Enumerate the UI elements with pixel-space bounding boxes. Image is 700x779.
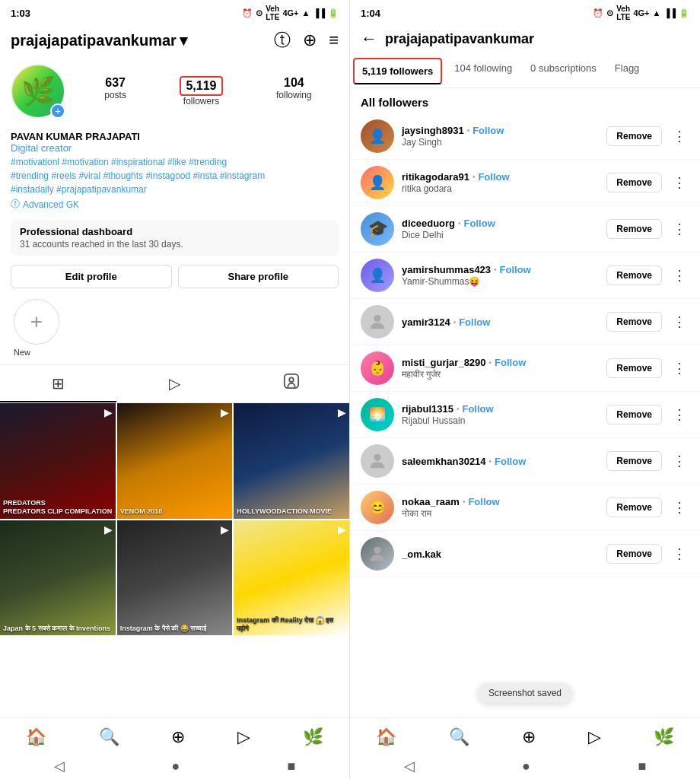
posts-label: posts [104, 90, 126, 100]
grid-item-5[interactable]: ▶ Instagram के पैसे की 😂 सच्चाई [117, 520, 233, 636]
add-story-icon[interactable]: + [50, 103, 65, 119]
remove-button[interactable]: Remove [606, 126, 662, 146]
remove-button[interactable]: Remove [606, 544, 662, 564]
follow-button[interactable]: Follow [464, 218, 495, 229]
avatar[interactable] [361, 305, 394, 339]
remove-button[interactable]: Remove [606, 405, 662, 424]
bio-role[interactable]: Digital creator [11, 142, 339, 154]
followers-stat[interactable]: 5,119 followers [180, 76, 222, 107]
add-post-icon[interactable]: ⊕ [303, 30, 317, 50]
follow-button[interactable]: Follow [473, 125, 504, 136]
avatar[interactable] [361, 444, 394, 478]
bio-link[interactable]: ⓕ Advanced GK [11, 198, 339, 211]
follower-username[interactable]: yamirshummas423 [402, 264, 491, 275]
threads-icon[interactable]: ⓣ [274, 29, 291, 52]
tab-grid[interactable]: ⊞ [0, 365, 116, 402]
follower-username[interactable]: _om.kak [402, 548, 441, 560]
follower-username[interactable]: jaysingh8931 [402, 125, 464, 136]
nav-profile-right[interactable]: 🌿 [648, 724, 680, 750]
tab-subscriptions[interactable]: 0 subscriptions [521, 55, 606, 87]
grid-item-4[interactable]: ▶ Japan के 5 सबसे कमाल के Inventions [0, 520, 116, 636]
nav-profile-left[interactable]: 🌿 [297, 724, 329, 750]
follow-button[interactable]: Follow [468, 496, 499, 507]
more-options-icon[interactable]: ⋮ [670, 267, 689, 284]
remove-button[interactable]: Remove [606, 498, 662, 517]
remove-button[interactable]: Remove [606, 173, 662, 192]
follower-username[interactable]: misti_gurjar_8290 [402, 357, 486, 368]
back-button[interactable]: ← [361, 29, 377, 49]
more-options-icon[interactable]: ⋮ [670, 545, 689, 562]
recents-btn-left[interactable]: ■ [288, 758, 296, 774]
tab-following[interactable]: 104 following [445, 55, 521, 87]
remove-button[interactable]: Remove [606, 358, 662, 378]
menu-icon[interactable]: ≡ [329, 30, 339, 50]
edit-profile-button[interactable]: Edit profile [11, 265, 172, 288]
grid-item-3[interactable]: ▶ HOLLYWOODACTION MOVIE [234, 403, 349, 519]
nav-icons: ⓣ ⊕ ≡ [274, 29, 339, 52]
more-options-icon[interactable]: ⋮ [670, 174, 689, 191]
follower-username[interactable]: nokaa_raam [402, 496, 460, 507]
tab-tagged[interactable] [233, 365, 349, 402]
remove-button[interactable]: Remove [606, 312, 662, 332]
nav-search-left[interactable]: 🔍 [93, 724, 126, 750]
follow-button[interactable]: Follow [500, 264, 531, 275]
follower-username[interactable]: ritikagodara91 [402, 171, 469, 183]
new-story-button[interactable]: + [14, 299, 59, 345]
grid-item-1[interactable]: ▶ PREDATORSPREDATORS CLIP COMPILATION [0, 403, 116, 519]
avatar-wrap[interactable]: 🌿 + [11, 64, 65, 119]
remove-button[interactable]: Remove [606, 265, 662, 285]
nav-home-right[interactable]: 🏠 [370, 724, 402, 750]
profile-username[interactable]: prajajapatipavankumar ▾ [11, 31, 187, 49]
follower-username[interactable]: saleemkhan30214 [402, 456, 486, 467]
more-options-icon[interactable]: ⋮ [670, 221, 689, 237]
home-btn-left[interactable]: ● [172, 758, 180, 774]
follow-button[interactable]: Follow [495, 456, 526, 467]
follow-button[interactable]: Follow [462, 403, 493, 415]
nav-search-right[interactable]: 🔍 [443, 724, 476, 750]
avatar[interactable]: 👤 [361, 166, 394, 199]
professional-dashboard-card[interactable]: Professional dashboard 31 accounts reach… [11, 220, 339, 256]
reel-icon-4: ▶ [104, 523, 113, 536]
more-options-icon[interactable]: ⋮ [670, 360, 689, 377]
recents-btn-right[interactable]: ■ [638, 758, 646, 774]
back-btn-right[interactable]: ◁ [404, 758, 415, 774]
avatar[interactable] [361, 537, 394, 571]
tab-flagg[interactable]: Flagg [606, 55, 649, 87]
follow-button[interactable]: Follow [495, 357, 526, 368]
tab-reels[interactable]: ▷ [116, 365, 233, 402]
grid-item-2[interactable]: ▶ VENOM 2018 [117, 403, 233, 519]
more-options-icon[interactable]: ⋮ [670, 453, 689, 469]
more-options-icon[interactable]: ⋮ [670, 313, 689, 330]
avatar[interactable]: 👶 [361, 351, 394, 385]
following-stat[interactable]: 104 following [276, 76, 312, 107]
follow-button[interactable]: Follow [459, 316, 490, 328]
avatar[interactable]: 🎓 [361, 212, 394, 246]
more-options-icon[interactable]: ⋮ [670, 406, 689, 423]
avatar[interactable]: 👤 [361, 259, 394, 292]
posts-stat[interactable]: 637 posts [104, 76, 126, 107]
avatar[interactable]: 🌅 [361, 398, 394, 431]
follower-username[interactable]: yamir3124 [402, 316, 450, 328]
nav-add-right[interactable]: ⊕ [516, 724, 542, 750]
follower-username[interactable]: diceeduorg [402, 218, 455, 229]
nav-reels-left[interactable]: ▷ [231, 724, 256, 750]
remove-button[interactable]: Remove [606, 451, 662, 471]
follower-username[interactable]: rijabul1315 [402, 403, 453, 415]
list-item: yamir3124 • Follow Remove ⋮ [350, 299, 700, 345]
nav-home-left[interactable]: 🏠 [20, 724, 52, 750]
more-options-icon[interactable]: ⋮ [670, 499, 689, 516]
follower-info: nokaa_raam • Follow नोका राम [402, 496, 599, 519]
remove-button[interactable]: Remove [606, 219, 662, 239]
tab-followers[interactable]: 5,119 followers [353, 58, 442, 84]
avatar[interactable]: 👤 [361, 119, 394, 153]
stats-row: 637 posts 5,119 followers 104 following [78, 76, 339, 107]
back-btn-left[interactable]: ◁ [54, 758, 65, 774]
home-btn-right[interactable]: ● [522, 758, 530, 774]
avatar[interactable]: 😊 [361, 491, 394, 524]
nav-add-left[interactable]: ⊕ [165, 724, 191, 750]
more-options-icon[interactable]: ⋮ [670, 128, 689, 145]
grid-item-6[interactable]: ▶ Instagram की Reality देख 😱 इस पढ़ोगे [234, 520, 349, 636]
nav-reels-right[interactable]: ▷ [582, 724, 607, 750]
share-profile-button[interactable]: Share profile [178, 265, 339, 288]
follow-button[interactable]: Follow [478, 171, 509, 183]
